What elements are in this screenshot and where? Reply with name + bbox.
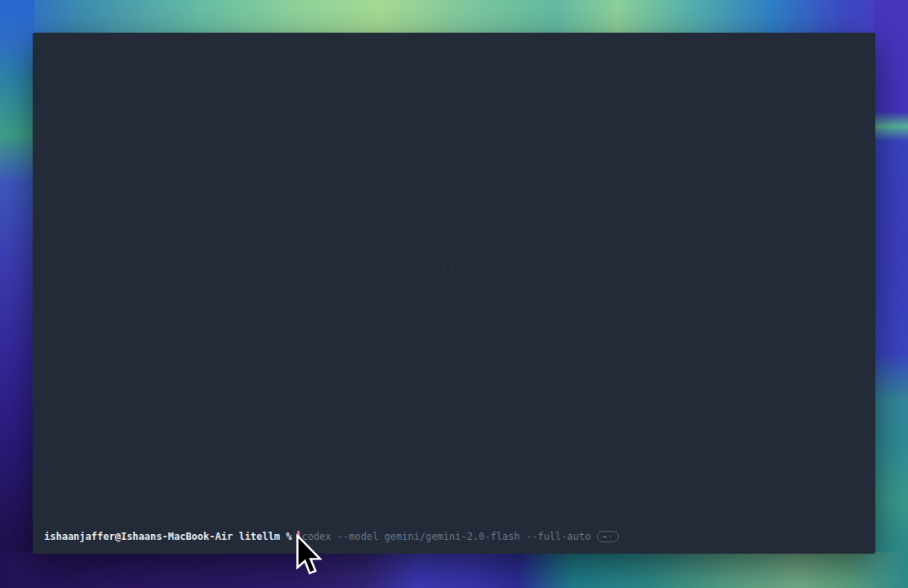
tab-completion-hint-badge: →·: [597, 531, 619, 542]
command-autosuggestion: codex --model gemini/gemini-2.0-flash --…: [301, 530, 590, 543]
wallpaper-left-band: [0, 0, 34, 588]
text-cursor: [297, 531, 300, 542]
wallpaper-bottom-band: [0, 552, 908, 588]
wallpaper-right-band: [874, 0, 908, 588]
terminal-window[interactable]: ··· ishaanjaffer@Ishaans-MacBook-Air lit…: [33, 33, 875, 554]
terminal-prompt-line[interactable]: ishaanjaffer@Ishaans-MacBook-Air litellm…: [44, 530, 619, 543]
shell-prompt: ishaanjaffer@Ishaans-MacBook-Air litellm…: [44, 530, 292, 543]
terminal-loading-dots: ···: [441, 265, 467, 275]
desktop: ··· ishaanjaffer@Ishaans-MacBook-Air lit…: [0, 0, 908, 588]
